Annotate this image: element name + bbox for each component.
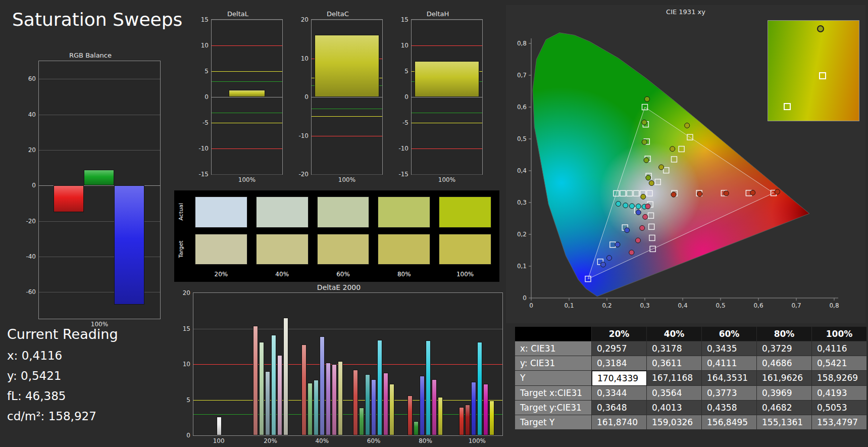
swatch-col-label: 40% — [256, 271, 309, 280]
measurement-magenta — [643, 214, 648, 219]
axis-tick-label: 15 — [174, 325, 190, 332]
deltae-group — [245, 293, 296, 435]
x-tick-label: 0,7 — [791, 302, 801, 309]
swatch-col-label: 80% — [378, 271, 430, 280]
table-col-header: 80% — [757, 327, 812, 341]
table-cell[interactable]: 0,4358 — [702, 401, 757, 415]
measurement-cyan — [636, 204, 641, 209]
inset-target-marker — [784, 103, 791, 110]
deltae-bar — [283, 318, 288, 435]
table-cell[interactable]: 0,4686 — [757, 356, 812, 371]
gridline — [312, 97, 382, 97]
measurement-blue — [636, 210, 641, 215]
deltae-group-label: 100% — [451, 436, 503, 445]
delta-h-plot: 151050-5-10-15 — [411, 19, 483, 175]
delta-l-chart: DeltaL 151050-5-10-15 100% — [193, 10, 283, 184]
deltae-bar — [277, 355, 282, 435]
deltae-bar — [365, 374, 370, 435]
deltae-bar — [308, 383, 313, 435]
measurement-yellow — [659, 165, 664, 170]
deltae-bar — [320, 336, 325, 435]
deltae-bar — [426, 340, 431, 435]
measurement-red — [697, 191, 702, 196]
deltae-group — [193, 293, 245, 435]
table-cell[interactable]: 0,3611 — [647, 356, 702, 371]
gridline — [312, 20, 382, 20]
table-row: y: CIE310,31840,36110,41110,46860,5421 — [515, 356, 867, 371]
table-cell[interactable]: 0,4013 — [647, 401, 702, 415]
table-cell[interactable]: 0,4116 — [812, 341, 867, 356]
measurement-table: 20%40%60%80%100%x: CIE310,29570,31780,34… — [515, 327, 867, 430]
table-cell[interactable]: 0,5053 — [812, 401, 867, 415]
measurement-green — [646, 175, 651, 180]
table-row: Target x:CIE310,33440,35640,37730,39690,… — [515, 386, 867, 401]
measurement-magenta — [645, 204, 650, 209]
limit-line — [212, 113, 282, 113]
table-cell[interactable]: 0,3773 — [702, 386, 757, 401]
table-cell[interactable]: 0,3564 — [647, 386, 702, 401]
table-cell[interactable]: 161,8740 — [592, 415, 647, 430]
table-cell[interactable]: 159,0326 — [647, 415, 702, 430]
deltae-bar — [301, 344, 307, 435]
deltae-bar — [253, 326, 258, 435]
x-tick-label: 0,8 — [829, 302, 839, 309]
target-swatch-60% — [317, 234, 370, 265]
table-cell[interactable]: 156,8495 — [702, 415, 757, 430]
deltae-bar — [265, 371, 270, 435]
axis-tick-label: 0 — [20, 182, 36, 189]
delta-c-chart: DeltaC 20100-10-20 100% — [293, 10, 383, 184]
table-cell[interactable]: 0,3969 — [757, 386, 812, 401]
table-cell[interactable]: 0,3178 — [647, 341, 702, 356]
table-cell[interactable]: 0,4682 — [757, 401, 812, 415]
axis-tick-label: 20 — [20, 146, 36, 154]
table-cell[interactable]: 164,3531 — [702, 371, 757, 386]
table-cell[interactable]: 0,3729 — [757, 341, 812, 356]
axis-tick-label: -10 — [192, 145, 209, 152]
table-row-label: x: CIE31 — [515, 341, 592, 356]
table-cell[interactable]: 0,4111 — [702, 356, 757, 371]
selected-cell[interactable]: 170,4339 — [592, 371, 647, 386]
limit-line — [312, 136, 382, 136]
axis-tick-label: 0 — [174, 432, 190, 439]
axis-tick-label: 10 — [174, 361, 190, 368]
deltae-bar — [459, 407, 464, 435]
table-cell[interactable]: 0,3344 — [592, 386, 647, 401]
deltae-group — [348, 293, 399, 435]
table-cell[interactable]: 0,5421 — [812, 356, 867, 371]
delta-bar — [415, 61, 480, 97]
table-cell[interactable]: 0,3184 — [592, 356, 647, 371]
gridline — [212, 20, 282, 20]
axis-tick-label: 0 — [192, 93, 209, 101]
limit-line — [212, 123, 282, 123]
delta-h-x-label: 100% — [411, 175, 483, 184]
app-window: Saturation Sweeps RGB Balance 6040200-20… — [0, 0, 868, 447]
table-cell[interactable]: 155,1361 — [757, 415, 812, 430]
y-tick-label: 0,4 — [517, 167, 527, 174]
deltae-bar — [217, 417, 222, 435]
table-cell[interactable]: 0,3435 — [702, 341, 757, 356]
table-cell[interactable]: 167,1168 — [647, 371, 702, 386]
deltae-bar — [477, 342, 482, 435]
deltae-bar — [371, 379, 376, 435]
gridline — [212, 174, 282, 175]
deltae-bar — [383, 373, 388, 435]
deltae-group — [399, 293, 451, 435]
axis-tick-label: 10 — [292, 55, 309, 62]
limit-line — [212, 71, 282, 72]
table-cell[interactable]: 0,2957 — [592, 341, 647, 356]
table-cell[interactable]: 0,4193 — [812, 386, 867, 401]
deltae-bar — [465, 405, 470, 435]
deltae-2000-title: DeltaE 2000 — [175, 283, 503, 292]
axis-tick-label: -20 — [292, 171, 309, 178]
delta-h-chart: DeltaH 151050-5-10-15 100% — [393, 10, 483, 184]
y-tick-label: 0 — [523, 294, 527, 302]
table-cell[interactable]: 158,9269 — [812, 371, 867, 386]
table-row: x: CIE310,29570,31780,34350,37290,4116 — [515, 341, 867, 356]
table-cell[interactable]: 153,4797 — [812, 415, 867, 430]
x-tick-label: 0,5 — [716, 302, 725, 309]
table-cell[interactable]: 161,9626 — [757, 371, 812, 386]
axis-tick-label: 10 — [192, 42, 209, 49]
rgb-balance-plot: 6040200-20-40-60 — [38, 61, 161, 319]
measurement-cyan — [630, 204, 635, 209]
table-cell[interactable]: 0,3648 — [592, 401, 647, 415]
